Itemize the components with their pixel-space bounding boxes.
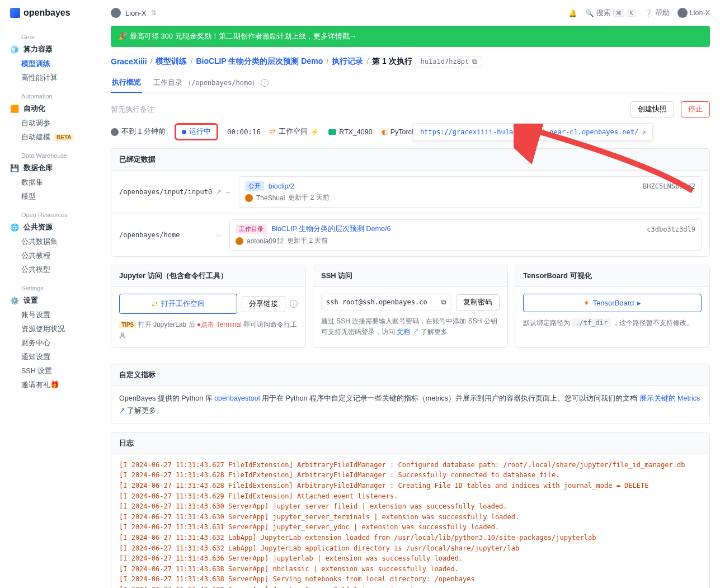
user-menu[interactable]: Lion-X [677,8,710,18]
status-gpu: RTX_4090 [328,128,373,136]
avatar-icon [245,194,253,202]
bound-card[interactable]: 公开 bioclip/2 BHZC5LNSb55/2 TheShuai 更新于 … [239,176,702,208]
brand-logo[interactable]: openbayes [0,8,101,28]
beta-badge: BETA [54,134,74,141]
bound-data-panel: 已绑定数据 /openbayes/input/input0 ↗← 公开 bioc… [111,148,710,257]
nav-heading[interactable]: ⚙️设置 [0,293,101,308]
ssh-tips: 通过 SSH 连接需要输入账号密码，在账号中添加 SSH 公钥可支持无密码登录，… [321,316,500,337]
snapshot-button[interactable]: 创建快照 [630,101,674,117]
metrics-panel: 自定义指标 OpenBayes 提供的 Python 库 openbayesto… [111,364,710,424]
sidebar-item[interactable]: 自动调参 [0,116,101,130]
open-workspace-button[interactable]: ⇄ 打开工作空间 [119,294,237,314]
stop-button[interactable]: 停止 [681,101,710,117]
help-button[interactable]: ❔ 帮助 [644,8,670,18]
sidebar-item[interactable]: 财务中心 [0,336,101,350]
jupyter-tips: TIPS 打开 JupyterLab 后 ●点击 Terminal 即可访问命令… [119,319,298,341]
sidebar-item[interactable]: 邀请有礼🎁 [0,378,101,392]
bound-id: c3dbo3tz3dl9 [647,225,695,233]
tensorboard-icon: ✦ [583,299,590,307]
bound-data-row: /openbayes/home ← 工作目录 BioCLIP 生物分类的层次预测… [111,213,709,256]
nav-heading-icon: 💾 [10,163,19,172]
promo-banner[interactable]: 🎉 最高可得 300 元现金奖励！第二期创作者激励计划上线，更多详情戳→ [111,26,710,47]
breadcrumb-project[interactable]: BioCLIP 生物分类的层次预测 Demo [196,57,323,67]
expand-icon[interactable]: ↗ [215,188,222,196]
job-id-text: hu1a1d7hz8pt [421,58,469,65]
search-icon: 🔍 [585,9,594,17]
ssh-doc-link[interactable]: 文档 ↗ [397,328,418,336]
nav-section-label: Settings [0,281,101,293]
topbar: Lion-X ⇅ 🔔 🔍 搜索 ⌘ K ❔ 帮助 Lion-X [101,0,720,26]
search-button[interactable]: 🔍 搜索 ⌘ K [585,8,636,18]
logs-title: 日志 [111,432,709,454]
bound-updated: 更新于 2 天前 [287,236,328,246]
brand-icon [10,8,20,18]
sidebar-item[interactable]: 资源使用状况 [0,322,101,336]
brand-name: openbayes [23,8,70,18]
nav-heading[interactable]: 💾数据仓库 [0,160,101,176]
tensorboard-button[interactable]: ✦ TensorBoard ▸ [523,294,702,312]
search-label: 搜索 [596,8,611,18]
openbayestool-link[interactable]: openbayestool [214,394,260,402]
status-time: 不到 1 分钟前 [111,127,166,137]
pytorch-icon: ◐ [382,128,388,136]
sidebar-item[interactable]: 公共模型 [0,263,101,277]
status-workspace: ⇄ 工作空间 ⚡ [270,127,319,137]
tab-workdir[interactable]: 工作目录 （/openbayes/home） i [152,73,270,93]
running-dot-icon [182,130,186,134]
bound-data-title: 已绑定数据 [111,149,709,171]
nav-section-label: Gear [0,30,101,41]
copy-icon[interactable]: ⧉ [441,298,446,306]
ssh-command[interactable]: ssh root@ssh.openbayes.co ⧉ [321,294,451,311]
nav-section-label: Data Warehouse [0,149,101,160]
sidebar-item[interactable]: 模型训练 [0,57,101,71]
copy-icon[interactable]: ⧉ [472,58,477,65]
external-link-icon: ↗ [119,407,125,415]
nav-heading[interactable]: 🌐公共资源 [0,219,101,235]
kbd-k: K [627,10,636,17]
bound-link[interactable]: BioCLIP 生物分类的层次预测 Demo/6 [271,224,390,234]
workspace-switcher[interactable]: Lion-X ⇅ [111,8,157,18]
info-icon: i [261,79,269,87]
breadcrumb: GraceXiiii/ 模型训练/ BioCLIP 生物分类的层次预测 Demo… [111,56,710,67]
external-link-icon[interactable]: ↗ [642,128,646,136]
sidebar-item[interactable]: 账号设置 [0,308,101,322]
breadcrumb-runs[interactable]: 执行记录 [332,57,363,67]
api-url-popover[interactable]: https://gracexiiii-hu1a1d7hz8pt.gear-c1.… [413,123,653,141]
bound-author: antonia0912 [247,237,284,245]
job-id-chip[interactable]: hu1a1d7hz8pt ⧉ [416,56,483,67]
breadcrumb-section[interactable]: 模型训练 [156,57,187,67]
sidebar-item[interactable]: 数据集 [0,176,101,190]
kbd-cmd: ⌘ [613,10,624,17]
workspace-icon: ⇄ [270,128,276,136]
sidebar: openbayes Gear🧊算力容器模型训练高性能计算Automation🟧自… [0,0,101,588]
sidebar-item[interactable]: 公共教程 [0,249,101,263]
share-link-button[interactable]: 分享链接 [242,296,285,312]
nav-heading[interactable]: 🧊算力容器 [0,41,101,57]
tab-overview[interactable]: 执行概览 [111,73,142,93]
breadcrumb-user[interactable]: GraceXiiii [111,57,147,66]
arrow-left-icon[interactable]: ← [215,231,223,239]
nav-heading[interactable]: 🟧自动化 [0,101,101,116]
bell-icon[interactable]: 🔔 [568,9,577,17]
sidebar-item[interactable]: 自动建模BETA [0,130,101,144]
nav-section-label: Open Resources [0,208,101,219]
sidebar-item[interactable]: SSH 设置 [0,364,101,378]
bound-card[interactable]: 工作目录 BioCLIP 生物分类的层次预测 Demo/6 c3dbo3tz3d… [229,219,702,251]
info-icon[interactable]: i [290,300,298,308]
breadcrumb-current: 第 1 次执行 [372,57,412,67]
bound-link[interactable]: bioclip/2 [269,182,294,190]
logs-content[interactable]: [I 2024-06-27 11:31:43.627 FileIdExtensi… [111,454,709,588]
sidebar-item[interactable]: 高性能计算 [0,71,101,85]
copy-password-button[interactable]: 复制密码 [456,294,500,311]
workspace-name: Lion-X [125,9,147,17]
tensorboard-title: TensorBoard 可视化 [515,265,709,287]
avatar-icon [677,8,688,18]
sidebar-item[interactable]: 通知设置 [0,350,101,364]
sidebar-item[interactable]: 模型 [0,190,101,204]
user-name: Lion-X [690,9,710,17]
arrow-left-icon[interactable]: ← [225,188,232,196]
nav-section-label: Automation [0,90,101,101]
jupyter-panel: Jupyter 访问（包含命令行工具） ⇄ 打开工作空间 分享链接 i TIPS [111,265,306,348]
sidebar-item[interactable]: 公共数据集 [0,235,101,249]
jupyter-title: Jupyter 访问（包含命令行工具） [111,265,305,287]
